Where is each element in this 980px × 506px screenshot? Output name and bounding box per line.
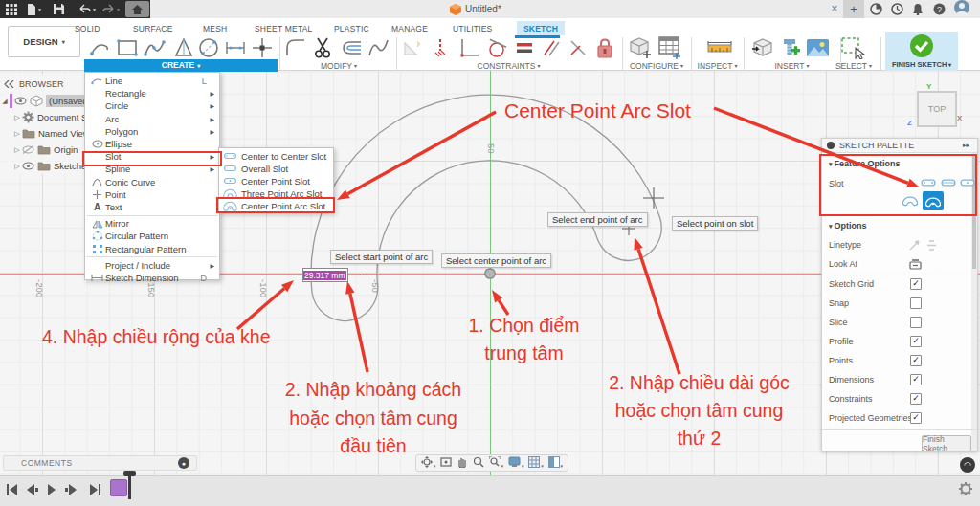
save-icon[interactable] xyxy=(54,3,64,15)
help-bubble-icon[interactable]: ◠ xyxy=(960,457,975,473)
create-line-icon[interactable] xyxy=(88,36,113,59)
document-tab[interactable]: Untitled* xyxy=(450,0,501,18)
undo-icon[interactable]: ▾ xyxy=(78,3,96,15)
modify-offset-icon[interactable] xyxy=(339,36,364,59)
menu-item-rectangle[interactable]: Rectangle▶ xyxy=(85,87,219,99)
browser-item-document-settings[interactable]: ▷ Document Settings xyxy=(0,109,84,125)
viewcube[interactable]: TOP xyxy=(917,91,957,127)
fit-icon[interactable]: ▾ xyxy=(489,454,504,472)
menu-item-ellipse[interactable]: Ellipse xyxy=(85,138,219,150)
points-checkbox[interactable] xyxy=(910,355,922,366)
timeline-marker[interactable] xyxy=(128,473,131,499)
browser-item-sketches[interactable]: ▷ Sketches xyxy=(0,158,84,174)
menu-item-mirror[interactable]: Mirror xyxy=(85,217,219,230)
expand-triangle-icon[interactable]: ◢ xyxy=(0,98,10,105)
menu-item-project-include[interactable]: Project / Include▶ xyxy=(85,259,219,272)
menu-item-circle[interactable]: Circle▶ xyxy=(85,99,219,112)
inspect-measure-icon[interactable] xyxy=(707,36,732,59)
menu-item-rectangular-pattern[interactable]: Rectangular Pattern xyxy=(85,242,219,254)
home-button[interactable] xyxy=(125,1,149,17)
history-clock-icon[interactable] xyxy=(891,3,903,15)
eye-icon[interactable] xyxy=(22,162,34,170)
configure-cube-icon[interactable] xyxy=(629,36,654,59)
constraint-tangent-icon[interactable] xyxy=(485,36,510,59)
projected-geometries-checkbox[interactable] xyxy=(910,412,922,424)
dimension-input[interactable]: 29.317 mm xyxy=(302,268,348,282)
tab-plastic[interactable]: PLASTIC xyxy=(334,21,369,35)
constraint-horizontal-vertical-icon[interactable] xyxy=(457,36,482,59)
user-avatar[interactable] xyxy=(954,1,969,13)
eye-hidden-icon[interactable] xyxy=(22,144,34,155)
browser-item-origin[interactable]: ▷ Origin xyxy=(0,142,84,158)
timeline-playback-controls[interactable] xyxy=(6,483,101,496)
palette-header[interactable]: SKETCH PALETTE ▸▸ xyxy=(822,139,977,153)
collapse-triangle-icon[interactable]: ▷ xyxy=(12,146,22,154)
submenu-item-center-point-slot[interactable]: Center Point Slot xyxy=(219,175,333,187)
help-icon[interactable]: ? xyxy=(933,3,946,15)
timeline-marker-handle[interactable] xyxy=(123,471,136,476)
modify-form-icon[interactable] xyxy=(366,36,390,59)
create-slot-icon[interactable] xyxy=(223,36,248,59)
centerline-icon[interactable] xyxy=(925,238,938,255)
insert-group-header[interactable]: INSERT xyxy=(744,60,840,71)
redo-icon[interactable]: ▾ xyxy=(102,3,120,15)
menu-item-polygon[interactable]: Polygon▶ xyxy=(85,125,219,138)
tab-mesh[interactable]: MESH xyxy=(203,21,227,35)
design-workspace-button[interactable]: DESIGN▾ xyxy=(8,26,80,57)
tab-solid[interactable]: SOLID xyxy=(75,21,100,35)
select-icon[interactable] xyxy=(840,36,865,59)
menu-item-arc[interactable]: Arc▶ xyxy=(85,113,219,125)
create-polygon-icon[interactable] xyxy=(171,36,196,59)
collapse-triangle-icon[interactable]: ▷ xyxy=(12,130,22,138)
eye-icon[interactable] xyxy=(14,97,27,105)
browser-header[interactable]: BROWSER xyxy=(0,77,84,91)
slice-checkbox[interactable] xyxy=(910,317,922,328)
menu-item-sketch-dimension[interactable]: Sketch DimensionD xyxy=(85,272,219,284)
close-tab-icon[interactable]: × xyxy=(827,1,842,16)
viewports-icon[interactable]: ▾ xyxy=(548,454,564,472)
tab-sheet-metal[interactable]: SHEET METAL xyxy=(255,21,312,35)
select-group-header[interactable]: SELECT xyxy=(827,60,880,71)
origin-point[interactable] xyxy=(485,269,495,278)
look-at-option-icon[interactable] xyxy=(909,257,922,275)
create-group-header[interactable]: CREATE xyxy=(84,59,278,72)
tab-manage[interactable]: MANAGE xyxy=(391,21,428,35)
sketch-grid-checkbox[interactable] xyxy=(910,278,922,290)
menu-item-line[interactable]: LineL xyxy=(85,75,219,87)
create-point-icon[interactable] xyxy=(250,36,275,59)
constraint-sketch-scale-icon[interactable] xyxy=(400,36,425,59)
insert-image-icon[interactable] xyxy=(805,36,830,59)
finish-sketch-button-palette[interactable]: Finish Sketch xyxy=(922,435,971,451)
constraint-fix-lock-icon[interactable] xyxy=(592,36,617,59)
file-menu-icon[interactable]: ▾ xyxy=(27,3,41,15)
constraint-coincident-icon[interactable] xyxy=(428,36,453,59)
configure-group-header[interactable]: CONFIGURE xyxy=(622,60,691,71)
finish-sketch-button[interactable]: FINISH SKETCH xyxy=(885,32,958,71)
menu-item-text[interactable]: AText xyxy=(85,201,219,213)
constraints-checkbox[interactable] xyxy=(910,393,922,405)
collapse-triangle-icon[interactable]: ▷ xyxy=(12,114,22,121)
menu-item-conic-curve[interactable]: Conic Curve xyxy=(85,176,219,188)
palette-collapse-icon[interactable]: ▸▸ xyxy=(963,142,969,149)
settings-gear-icon[interactable] xyxy=(959,482,972,495)
notifications-bell-icon[interactable] xyxy=(912,3,924,15)
profile-checkbox[interactable] xyxy=(910,336,922,347)
constraint-perpendicular-icon[interactable] xyxy=(566,36,590,59)
tab-sketch[interactable]: SKETCH xyxy=(517,21,565,35)
submenu-item-overall-slot[interactable]: Overall Slot xyxy=(219,163,333,175)
options-section[interactable]: Options xyxy=(829,221,866,231)
tab-surface[interactable]: SURFACE xyxy=(133,21,173,35)
modify-group-header[interactable]: MODIFY xyxy=(283,60,394,71)
collapse-icon[interactable] xyxy=(4,80,15,88)
modify-fillet-icon[interactable] xyxy=(283,36,308,59)
collapse-triangle-icon[interactable]: ▷ xyxy=(12,163,22,170)
dimensions-checkbox[interactable] xyxy=(910,374,922,385)
create-rectangle-icon[interactable] xyxy=(115,36,140,59)
snap-checkbox[interactable] xyxy=(910,297,922,309)
insert-derive-icon[interactable] xyxy=(750,36,775,59)
display-settings-icon[interactable]: ▾ xyxy=(508,454,524,472)
configure-table-icon[interactable] xyxy=(657,36,682,59)
browser-item-named-views[interactable]: ▷ Named Views xyxy=(0,125,84,142)
comments-bar[interactable]: COMMENTS ● xyxy=(3,455,197,471)
constraints-group-header[interactable]: CONSTRAINTS xyxy=(400,60,617,71)
